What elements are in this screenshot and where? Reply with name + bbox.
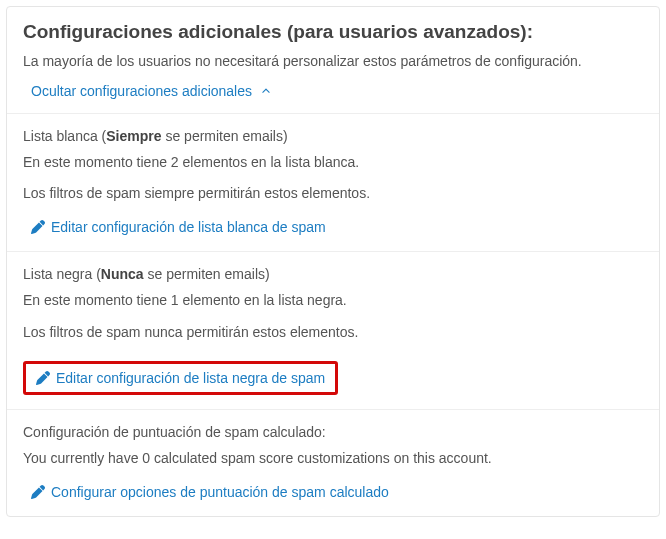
chevron-up-icon (260, 85, 272, 97)
blacklist-count-text: En este momento tiene 1 elemento en la l… (23, 290, 643, 312)
pencil-icon (31, 485, 45, 499)
pencil-icon (31, 220, 45, 234)
edit-whitelist-link[interactable]: Editar configuración de lista blanca de … (31, 219, 326, 235)
blacklist-edit-highlight: Editar configuración de lista negra de s… (23, 361, 338, 395)
configure-spam-score-link[interactable]: Configurar opciones de puntuación de spa… (31, 484, 389, 500)
edit-whitelist-label: Editar configuración de lista blanca de … (51, 219, 326, 235)
pencil-icon (36, 371, 50, 385)
toggle-additional-settings-link[interactable]: Ocultar configuraciones adicionales (31, 83, 272, 99)
whitelist-heading: Lista blanca (Siempre se permiten emails… (23, 128, 643, 144)
blacklist-behavior-text: Los filtros de spam nunca permitirán est… (23, 322, 643, 344)
spam-score-section: Configuración de puntuación de spam calc… (7, 409, 659, 516)
spam-score-count-text: You currently have 0 calculated spam sco… (23, 448, 643, 470)
toggle-additional-settings-label: Ocultar configuraciones adicionales (31, 83, 252, 99)
additional-settings-header: Configuraciones adicionales (para usuari… (7, 7, 659, 113)
edit-blacklist-link[interactable]: Editar configuración de lista negra de s… (36, 370, 325, 386)
whitelist-section: Lista blanca (Siempre se permiten emails… (7, 113, 659, 251)
blacklist-heading: Lista negra (Nunca se permiten emails) (23, 266, 643, 282)
blacklist-section: Lista negra (Nunca se permiten emails) E… (7, 251, 659, 409)
configure-spam-score-label: Configurar opciones de puntuación de spa… (51, 484, 389, 500)
spam-score-heading: Configuración de puntuación de spam calc… (23, 424, 643, 440)
additional-settings-title: Configuraciones adicionales (para usuari… (23, 21, 643, 43)
additional-settings-subtitle: La mayoría de los usuarios no necesitará… (23, 51, 643, 73)
whitelist-count-text: En este momento tiene 2 elementos en la … (23, 152, 643, 174)
whitelist-behavior-text: Los filtros de spam siempre permitirán e… (23, 183, 643, 205)
edit-blacklist-label: Editar configuración de lista negra de s… (56, 370, 325, 386)
